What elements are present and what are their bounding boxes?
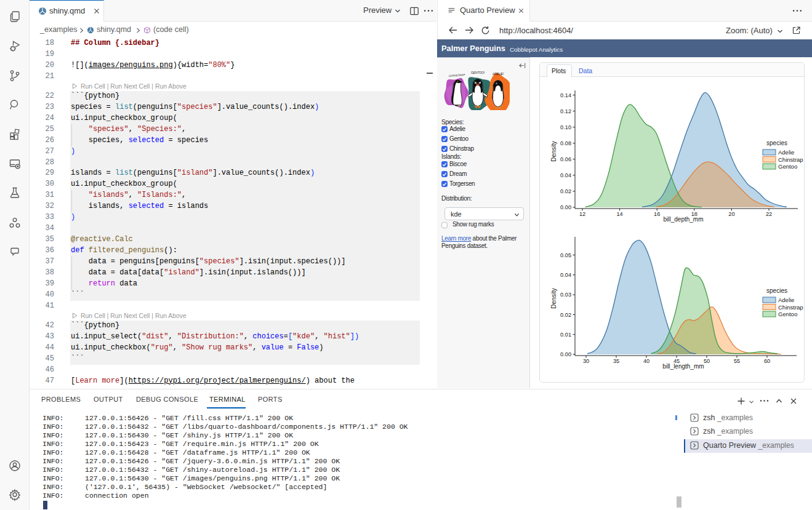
svg-text:0.02: 0.02 <box>560 312 571 318</box>
svg-text:14: 14 <box>616 211 622 217</box>
svg-text:0.01: 0.01 <box>560 332 571 338</box>
svg-text:Chinstrap: Chinstrap <box>778 304 803 311</box>
svg-text:0.08: 0.08 <box>560 140 571 146</box>
svg-text:0.05: 0.05 <box>560 252 571 258</box>
svg-text:GENTOO!: GENTOO! <box>471 71 485 74</box>
svg-text:22: 22 <box>766 211 772 217</box>
svg-text:Gentoo: Gentoo <box>778 163 797 170</box>
svg-text:30: 30 <box>583 358 589 364</box>
svg-text:0.03: 0.03 <box>560 292 571 298</box>
svg-text:0.14: 0.14 <box>560 92 571 98</box>
svg-text:Adelie: Adelie <box>778 149 794 156</box>
svg-text:species: species <box>766 287 787 294</box>
svg-text:0.06: 0.06 <box>560 156 571 162</box>
svg-text:0.04: 0.04 <box>560 172 571 178</box>
svg-text:60: 60 <box>764 358 770 364</box>
svg-text:species: species <box>766 140 787 146</box>
svg-text:16: 16 <box>654 211 660 217</box>
svg-text:12: 12 <box>579 211 585 217</box>
svg-text:35: 35 <box>613 358 619 364</box>
svg-text:Adelie: Adelie <box>778 297 794 303</box>
svg-text:50: 50 <box>704 358 710 364</box>
svg-text:0.00: 0.00 <box>560 351 571 357</box>
svg-text:bill_depth_mm: bill_depth_mm <box>663 216 703 223</box>
svg-text:40: 40 <box>643 358 649 364</box>
svg-text:bill_length_mm: bill_length_mm <box>662 363 704 370</box>
svg-text:0.00: 0.00 <box>560 204 571 210</box>
svg-text:0.02: 0.02 <box>560 188 571 194</box>
svg-text:Chinstrap: Chinstrap <box>778 156 803 163</box>
svg-text:55: 55 <box>734 358 740 364</box>
svg-text:Density: Density <box>550 288 557 308</box>
svg-text:0.10: 0.10 <box>560 124 571 130</box>
svg-text:CHINSTRAP: CHINSTRAP <box>449 73 466 78</box>
svg-text:ADELIE!: ADELIE! <box>492 73 504 76</box>
svg-text:0.12: 0.12 <box>560 108 571 114</box>
svg-text:20: 20 <box>728 211 734 217</box>
svg-text:Density: Density <box>550 141 557 161</box>
svg-text:Gentoo: Gentoo <box>778 311 797 317</box>
svg-text:0.04: 0.04 <box>560 272 571 278</box>
